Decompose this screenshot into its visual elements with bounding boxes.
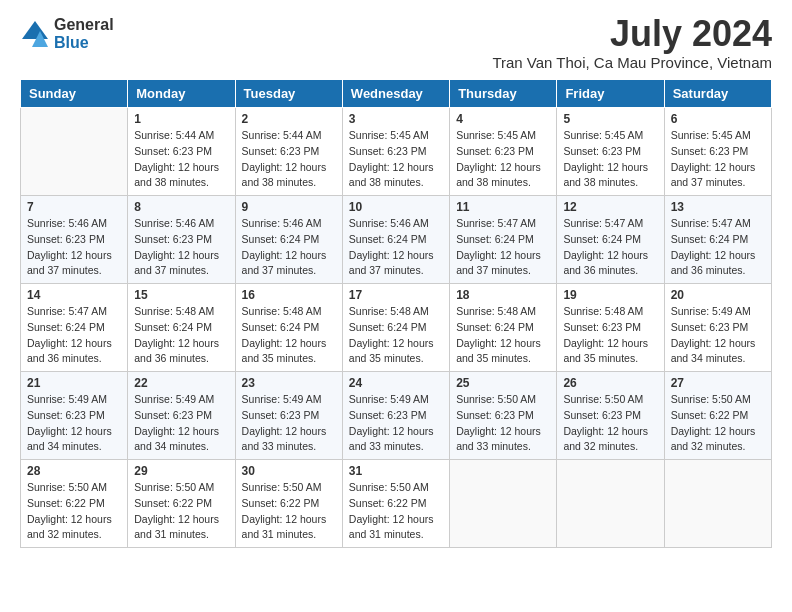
- day-info: Sunrise: 5:50 AM Sunset: 6:22 PM Dayligh…: [27, 480, 121, 543]
- day-number: 8: [134, 200, 228, 214]
- day-info: Sunrise: 5:50 AM Sunset: 6:23 PM Dayligh…: [563, 392, 657, 455]
- day-cell: [557, 460, 664, 548]
- day-number: 2: [242, 112, 336, 126]
- day-number: 9: [242, 200, 336, 214]
- day-info: Sunrise: 5:44 AM Sunset: 6:23 PM Dayligh…: [242, 128, 336, 191]
- day-number: 23: [242, 376, 336, 390]
- day-cell: 1Sunrise: 5:44 AM Sunset: 6:23 PM Daylig…: [128, 108, 235, 196]
- logo: General Blue: [20, 16, 114, 51]
- day-number: 27: [671, 376, 765, 390]
- day-cell: 22Sunrise: 5:49 AM Sunset: 6:23 PM Dayli…: [128, 372, 235, 460]
- day-cell: 13Sunrise: 5:47 AM Sunset: 6:24 PM Dayli…: [664, 196, 771, 284]
- header-day-thursday: Thursday: [450, 80, 557, 108]
- day-cell: 3Sunrise: 5:45 AM Sunset: 6:23 PM Daylig…: [342, 108, 449, 196]
- logo-icon: [20, 19, 50, 49]
- day-cell: 12Sunrise: 5:47 AM Sunset: 6:24 PM Dayli…: [557, 196, 664, 284]
- day-info: Sunrise: 5:50 AM Sunset: 6:23 PM Dayligh…: [456, 392, 550, 455]
- svg-marker-0: [22, 21, 48, 39]
- day-number: 29: [134, 464, 228, 478]
- week-row-4: 21Sunrise: 5:49 AM Sunset: 6:23 PM Dayli…: [21, 372, 772, 460]
- day-cell: 10Sunrise: 5:46 AM Sunset: 6:24 PM Dayli…: [342, 196, 449, 284]
- day-number: 18: [456, 288, 550, 302]
- day-number: 15: [134, 288, 228, 302]
- day-info: Sunrise: 5:49 AM Sunset: 6:23 PM Dayligh…: [242, 392, 336, 455]
- day-info: Sunrise: 5:48 AM Sunset: 6:24 PM Dayligh…: [349, 304, 443, 367]
- month-year-title: July 2024: [492, 16, 772, 52]
- day-info: Sunrise: 5:49 AM Sunset: 6:23 PM Dayligh…: [27, 392, 121, 455]
- day-info: Sunrise: 5:44 AM Sunset: 6:23 PM Dayligh…: [134, 128, 228, 191]
- week-row-3: 14Sunrise: 5:47 AM Sunset: 6:24 PM Dayli…: [21, 284, 772, 372]
- day-info: Sunrise: 5:47 AM Sunset: 6:24 PM Dayligh…: [671, 216, 765, 279]
- day-number: 14: [27, 288, 121, 302]
- day-cell: 27Sunrise: 5:50 AM Sunset: 6:22 PM Dayli…: [664, 372, 771, 460]
- day-number: 10: [349, 200, 443, 214]
- day-info: Sunrise: 5:49 AM Sunset: 6:23 PM Dayligh…: [349, 392, 443, 455]
- day-cell: 14Sunrise: 5:47 AM Sunset: 6:24 PM Dayli…: [21, 284, 128, 372]
- day-cell: [450, 460, 557, 548]
- day-number: 4: [456, 112, 550, 126]
- header-row: SundayMondayTuesdayWednesdayThursdayFrid…: [21, 80, 772, 108]
- day-cell: 23Sunrise: 5:49 AM Sunset: 6:23 PM Dayli…: [235, 372, 342, 460]
- day-number: 12: [563, 200, 657, 214]
- day-number: 13: [671, 200, 765, 214]
- logo-text: General Blue: [54, 16, 114, 51]
- day-info: Sunrise: 5:45 AM Sunset: 6:23 PM Dayligh…: [456, 128, 550, 191]
- day-number: 3: [349, 112, 443, 126]
- header-day-tuesday: Tuesday: [235, 80, 342, 108]
- day-number: 5: [563, 112, 657, 126]
- day-cell: 25Sunrise: 5:50 AM Sunset: 6:23 PM Dayli…: [450, 372, 557, 460]
- day-info: Sunrise: 5:46 AM Sunset: 6:23 PM Dayligh…: [134, 216, 228, 279]
- day-number: 20: [671, 288, 765, 302]
- day-cell: 7Sunrise: 5:46 AM Sunset: 6:23 PM Daylig…: [21, 196, 128, 284]
- day-info: Sunrise: 5:45 AM Sunset: 6:23 PM Dayligh…: [671, 128, 765, 191]
- day-number: 21: [27, 376, 121, 390]
- day-number: 28: [27, 464, 121, 478]
- day-info: Sunrise: 5:46 AM Sunset: 6:23 PM Dayligh…: [27, 216, 121, 279]
- day-cell: 26Sunrise: 5:50 AM Sunset: 6:23 PM Dayli…: [557, 372, 664, 460]
- week-row-2: 7Sunrise: 5:46 AM Sunset: 6:23 PM Daylig…: [21, 196, 772, 284]
- day-cell: 5Sunrise: 5:45 AM Sunset: 6:23 PM Daylig…: [557, 108, 664, 196]
- day-cell: 30Sunrise: 5:50 AM Sunset: 6:22 PM Dayli…: [235, 460, 342, 548]
- day-info: Sunrise: 5:47 AM Sunset: 6:24 PM Dayligh…: [456, 216, 550, 279]
- day-cell: 4Sunrise: 5:45 AM Sunset: 6:23 PM Daylig…: [450, 108, 557, 196]
- day-number: 24: [349, 376, 443, 390]
- week-row-5: 28Sunrise: 5:50 AM Sunset: 6:22 PM Dayli…: [21, 460, 772, 548]
- day-info: Sunrise: 5:46 AM Sunset: 6:24 PM Dayligh…: [242, 216, 336, 279]
- day-cell: 15Sunrise: 5:48 AM Sunset: 6:24 PM Dayli…: [128, 284, 235, 372]
- page-header: General Blue July 2024 Tran Van Thoi, Ca…: [20, 16, 772, 71]
- day-cell: 29Sunrise: 5:50 AM Sunset: 6:22 PM Dayli…: [128, 460, 235, 548]
- day-info: Sunrise: 5:50 AM Sunset: 6:22 PM Dayligh…: [134, 480, 228, 543]
- day-cell: [664, 460, 771, 548]
- day-info: Sunrise: 5:50 AM Sunset: 6:22 PM Dayligh…: [671, 392, 765, 455]
- day-number: 30: [242, 464, 336, 478]
- header-day-sunday: Sunday: [21, 80, 128, 108]
- location-subtitle: Tran Van Thoi, Ca Mau Province, Vietnam: [492, 54, 772, 71]
- day-info: Sunrise: 5:46 AM Sunset: 6:24 PM Dayligh…: [349, 216, 443, 279]
- day-cell: 2Sunrise: 5:44 AM Sunset: 6:23 PM Daylig…: [235, 108, 342, 196]
- day-cell: 31Sunrise: 5:50 AM Sunset: 6:22 PM Dayli…: [342, 460, 449, 548]
- day-cell: 24Sunrise: 5:49 AM Sunset: 6:23 PM Dayli…: [342, 372, 449, 460]
- day-info: Sunrise: 5:48 AM Sunset: 6:24 PM Dayligh…: [456, 304, 550, 367]
- day-number: 16: [242, 288, 336, 302]
- day-cell: 16Sunrise: 5:48 AM Sunset: 6:24 PM Dayli…: [235, 284, 342, 372]
- day-number: 17: [349, 288, 443, 302]
- calendar-body: 1Sunrise: 5:44 AM Sunset: 6:23 PM Daylig…: [21, 108, 772, 548]
- calendar-header: SundayMondayTuesdayWednesdayThursdayFrid…: [21, 80, 772, 108]
- header-day-monday: Monday: [128, 80, 235, 108]
- day-info: Sunrise: 5:47 AM Sunset: 6:24 PM Dayligh…: [563, 216, 657, 279]
- week-row-1: 1Sunrise: 5:44 AM Sunset: 6:23 PM Daylig…: [21, 108, 772, 196]
- day-number: 22: [134, 376, 228, 390]
- day-info: Sunrise: 5:48 AM Sunset: 6:24 PM Dayligh…: [242, 304, 336, 367]
- day-cell: 20Sunrise: 5:49 AM Sunset: 6:23 PM Dayli…: [664, 284, 771, 372]
- day-cell: 17Sunrise: 5:48 AM Sunset: 6:24 PM Dayli…: [342, 284, 449, 372]
- day-info: Sunrise: 5:47 AM Sunset: 6:24 PM Dayligh…: [27, 304, 121, 367]
- day-cell: 11Sunrise: 5:47 AM Sunset: 6:24 PM Dayli…: [450, 196, 557, 284]
- day-info: Sunrise: 5:50 AM Sunset: 6:22 PM Dayligh…: [242, 480, 336, 543]
- day-cell: 28Sunrise: 5:50 AM Sunset: 6:22 PM Dayli…: [21, 460, 128, 548]
- day-info: Sunrise: 5:49 AM Sunset: 6:23 PM Dayligh…: [671, 304, 765, 367]
- day-info: Sunrise: 5:45 AM Sunset: 6:23 PM Dayligh…: [563, 128, 657, 191]
- day-number: 1: [134, 112, 228, 126]
- day-cell: 6Sunrise: 5:45 AM Sunset: 6:23 PM Daylig…: [664, 108, 771, 196]
- header-day-saturday: Saturday: [664, 80, 771, 108]
- header-day-friday: Friday: [557, 80, 664, 108]
